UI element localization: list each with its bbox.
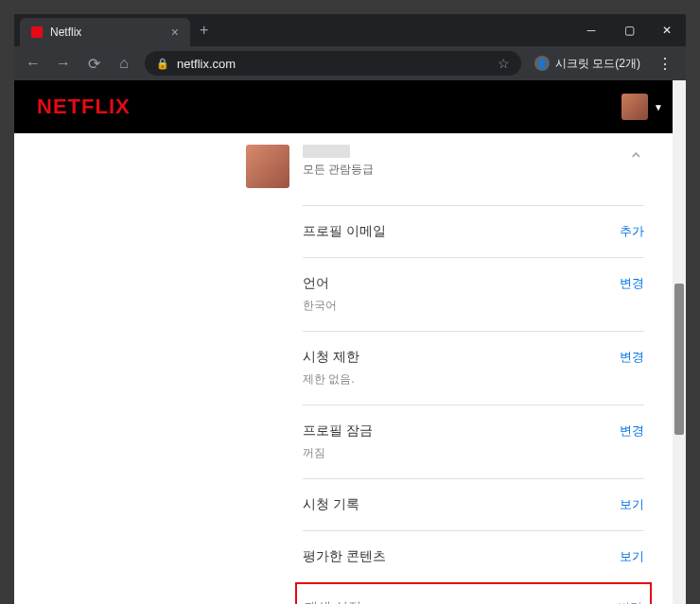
setting-item: 프로필 이메일추가 — [303, 205, 644, 257]
setting-title: 시청 기록 — [303, 496, 359, 513]
new-tab-button[interactable]: + — [190, 22, 218, 39]
setting-action-link[interactable]: 추가 — [620, 223, 644, 240]
setting-title: 프로필 이메일 — [303, 223, 386, 240]
collapse-chevron-icon[interactable]: ⌃ — [628, 148, 644, 171]
setting-left: 재생 설정다음 화 자동 재생. 미리보기 자동 재생. 자동 설정된 화질. — [305, 599, 592, 604]
setting-left: 프로필 잠금꺼짐 — [303, 423, 373, 461]
browser-frame: Netflix × + ─ ▢ ✕ ← → ⟳ ⌂ 🔒 netflix.com … — [14, 14, 686, 604]
chevron-down-icon: ▼ — [654, 102, 663, 112]
setting-left: 평가한 콘텐츠 — [303, 548, 386, 565]
incognito-indicator[interactable]: 👤 시크릿 모드(2개) — [529, 56, 646, 72]
setting-title: 평가한 콘텐츠 — [303, 548, 386, 565]
close-tab-icon[interactable]: × — [171, 25, 179, 40]
setting-item: 언어한국어변경 — [303, 257, 644, 331]
close-window-button[interactable]: ✕ — [648, 16, 686, 44]
setting-title: 재생 설정 — [305, 599, 592, 604]
scrollbar-track[interactable] — [673, 80, 686, 604]
setting-item: 재생 설정다음 화 자동 재생. 미리보기 자동 재생. 자동 설정된 화질.변… — [295, 582, 652, 604]
setting-subtitle: 제한 없음. — [303, 371, 359, 388]
setting-title: 프로필 잠금 — [303, 423, 373, 440]
url-input[interactable]: 🔒 netflix.com ☆ — [145, 51, 521, 76]
setting-subtitle: 꺼짐 — [303, 445, 373, 461]
setting-item: 시청 기록보기 — [303, 478, 644, 530]
setting-action-link[interactable]: 보기 — [620, 548, 644, 565]
avatar — [621, 94, 648, 120]
setting-action-link[interactable]: 변경 — [620, 349, 644, 366]
setting-title: 시청 제한 — [303, 349, 359, 366]
profile-name-redacted — [303, 145, 350, 158]
incognito-icon: 👤 — [534, 56, 550, 71]
incognito-label: 시크릿 모드(2개) — [555, 56, 640, 72]
setting-left: 시청 기록 — [303, 496, 359, 513]
back-button[interactable]: ← — [20, 50, 46, 77]
setting-action-link[interactable]: 변경 — [620, 423, 644, 440]
address-bar: ← → ⟳ ⌂ 🔒 netflix.com ☆ 👤 시크릿 모드(2개) ⋮ — [14, 46, 686, 80]
setting-item: 평가한 콘텐츠보기 — [303, 530, 644, 582]
browser-tab[interactable]: Netflix × — [20, 18, 190, 46]
profile-rating-label: 모든 관람등급 — [303, 162, 374, 178]
settings-panel: 모든 관람등급 ⌃ 프로필 이메일추가언어한국어변경시청 제한제한 없음.변경프… — [14, 133, 673, 604]
tab-favicon — [31, 26, 43, 38]
url-text: netflix.com — [177, 57, 490, 71]
app-window: Netflix × + ─ ▢ ✕ ← → ⟳ ⌂ 🔒 netflix.com … — [0, 0, 700, 604]
setting-left: 언어한국어 — [303, 275, 337, 314]
window-controls: ─ ▢ ✕ — [572, 16, 686, 44]
setting-action-link[interactable]: 변경 — [618, 599, 642, 604]
reload-button[interactable]: ⟳ — [80, 50, 107, 77]
minimize-button[interactable]: ─ — [572, 16, 610, 44]
setting-action-link[interactable]: 변경 — [620, 275, 644, 292]
netflix-logo[interactable]: NETFLIX — [37, 95, 131, 119]
setting-title: 언어 — [303, 275, 337, 292]
tab-title: Netflix — [50, 26, 164, 39]
setting-item: 시청 제한제한 없음.변경 — [303, 331, 644, 405]
settings-list: 프로필 이메일추가언어한국어변경시청 제한제한 없음.변경프로필 잠금꺼짐변경시… — [43, 205, 644, 604]
netflix-header: NETFLIX ▼ — [14, 80, 686, 133]
home-button[interactable]: ⌂ — [111, 50, 137, 77]
profile-header-row: 모든 관람등급 ⌃ — [43, 145, 644, 205]
setting-left: 프로필 이메일 — [303, 223, 386, 240]
scrollbar-thumb[interactable] — [674, 284, 684, 435]
browser-titlebar: Netflix × + ─ ▢ ✕ — [14, 14, 686, 46]
forward-button[interactable]: → — [50, 50, 77, 77]
setting-subtitle: 한국어 — [303, 298, 337, 314]
browser-menu-button[interactable]: ⋮ — [650, 55, 680, 73]
lock-icon: 🔒 — [156, 58, 169, 70]
bookmark-star-icon[interactable]: ☆ — [498, 56, 510, 71]
setting-action-link[interactable]: 보기 — [620, 496, 644, 513]
maximize-button[interactable]: ▢ — [610, 16, 648, 44]
page-body: 모든 관람등급 ⌃ 프로필 이메일추가언어한국어변경시청 제한제한 없음.변경프… — [14, 133, 673, 604]
profile-avatar — [246, 145, 289, 188]
profile-menu-button[interactable]: ▼ — [621, 94, 663, 120]
profile-info: 모든 관람등급 — [303, 145, 374, 178]
setting-left: 시청 제한제한 없음. — [303, 349, 359, 388]
content-area: NETFLIX ▼ 모든 관람등급 ⌃ — [14, 80, 686, 604]
setting-item: 프로필 잠금꺼짐변경 — [303, 405, 644, 478]
